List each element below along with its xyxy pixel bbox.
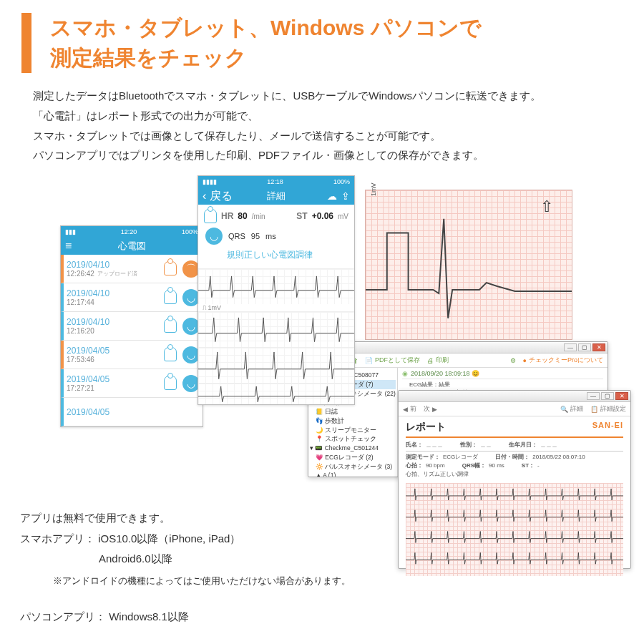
- birth-label: 生年月日：: [509, 441, 537, 448]
- toolbar-prev[interactable]: ◀ 前: [403, 404, 416, 414]
- ecg-strip: [198, 383, 354, 404]
- rhythm-text: 規則正しい心電図調律: [227, 249, 348, 261]
- report-ecg: [406, 483, 623, 576]
- torso-icon: [164, 376, 177, 390]
- list-item[interactable]: 2019/04/0517:53:46◡: [61, 341, 203, 369]
- page-title: スマホ・タブレット、Windows パソコンで 測定結果をチェック: [50, 13, 482, 73]
- hr-label: 心拍：: [406, 462, 423, 469]
- title-line-2: 測定結果をチェック: [50, 46, 247, 69]
- qrs-label: QRS: [228, 232, 245, 240]
- torso-icon: [204, 209, 217, 223]
- st-unit: mV: [338, 213, 348, 220]
- battery: 100%: [182, 228, 198, 235]
- toolbar-about[interactable]: ● チェックミーProについて: [523, 356, 603, 365]
- toolbar-pdf[interactable]: 📄 PDFとして保存: [365, 356, 420, 365]
- tree-node[interactable]: 💗 ECGレコーダ (2): [310, 453, 396, 462]
- toolbar-advanced[interactable]: 📋 詳細設定: [590, 404, 626, 414]
- qrs-label: QRS幅：: [462, 462, 486, 469]
- status-bar: ▮▮▮ 12:20 100%: [61, 226, 203, 238]
- clock: 12:18: [267, 178, 283, 185]
- tree-node[interactable]: 👣 歩数計: [310, 416, 396, 426]
- title-line-1: スマホ・タブレット、Windows パソコンで: [50, 16, 482, 39]
- status-bar: ▮▮▮▮ 12:18 100%: [198, 176, 354, 187]
- cloud-icon[interactable]: ☁: [327, 190, 337, 202]
- menu-icon[interactable]: ≡: [65, 240, 72, 253]
- intro-line: 「心電計」はレポート形式での出力が可能で、: [33, 106, 623, 126]
- screenshot-cluster: ▮▮▮ 12:20 100% ≡ 心電図 2019/04/1012:26:42ア…: [0, 175, 644, 476]
- qrs-value: 90 ms: [489, 462, 504, 469]
- share-icon[interactable]: ⇪: [341, 190, 350, 202]
- tree-root[interactable]: Checkme_C501244: [325, 444, 379, 452]
- brand-logo: SAN-EI: [592, 421, 623, 434]
- close-button[interactable]: ✕: [615, 392, 628, 400]
- st-label: ST：: [522, 462, 535, 469]
- clock: 12:20: [121, 228, 137, 235]
- torso-icon: [164, 261, 177, 275]
- footer-label: スマホアプリ：: [20, 532, 95, 545]
- list-item[interactable]: 2019/04/1012:16:20◡: [61, 312, 203, 341]
- datetime-value: 2018/05/22 08:07:10: [532, 454, 585, 460]
- st-value: +0.06: [312, 211, 333, 221]
- list-item[interactable]: 2019/04/0517:27:21◡: [61, 369, 203, 398]
- nav-bar: ≡ 心電図: [61, 238, 203, 255]
- phone-list-screen: ▮▮▮ 12:20 100% ≡ 心電図 2019/04/1012:26:42ア…: [60, 225, 203, 427]
- hr-value: 80: [238, 211, 247, 221]
- maximize-button[interactable]: ▢: [578, 343, 591, 351]
- windows-app-report: — ▢ ✕ ◀ 前 次 ▶ 🔍 詳細 📋 詳細設定 レポート SAN-EI 氏名…: [398, 390, 631, 569]
- toolbar-next[interactable]: 次 ▶: [424, 404, 437, 414]
- signal-icon: ▮▮▮: [65, 228, 76, 235]
- minimize-button[interactable]: —: [587, 392, 600, 400]
- back-button[interactable]: ‹ 戻る: [203, 189, 233, 204]
- footer-value: Windows8.1以降: [109, 610, 189, 623]
- torso-icon: [164, 347, 177, 361]
- list-item[interactable]: 2019/04/05: [61, 398, 203, 426]
- st-value: -: [537, 462, 540, 469]
- ecg-strip: [198, 268, 354, 304]
- ecg-strip: [198, 311, 354, 347]
- minimize-button[interactable]: —: [564, 343, 577, 351]
- ecg-paper-printout: 1mV ⇧: [365, 190, 572, 340]
- intro-line: スマホ・タブレットでは画像として保存したり、メールで送信することが可能です。: [33, 126, 623, 146]
- phone-detail-screen: ▮▮▮▮ 12:18 100% ‹ 戻る 詳細 ☁ ⇪ HR 80 /min S…: [197, 175, 355, 405]
- tree-node[interactable]: 🔆 パルスオキシメータ (3): [310, 462, 396, 472]
- note: 心拍、リズム正しい調律: [406, 470, 469, 479]
- name-label: 氏名：: [406, 441, 423, 448]
- list-item[interactable]: 2019/04/1012:17:44◡: [61, 283, 203, 312]
- battery: 100%: [333, 178, 350, 185]
- accent-bar: [21, 13, 31, 73]
- toolbar-print[interactable]: 🖨 印刷: [427, 356, 449, 365]
- tree-node[interactable]: 📒 日誌: [310, 407, 396, 416]
- tree-node[interactable]: ▲ A (1): [310, 471, 396, 477]
- report-title: レポート: [406, 421, 446, 434]
- footer-label: パソコンアプリ：: [20, 610, 106, 623]
- datetime-label: 日付・時間：: [495, 454, 530, 460]
- footer-note: ※アンドロイドの機種によってはご使用いただけない場合があります。: [53, 572, 351, 590]
- qrs-value: 95: [251, 232, 260, 240]
- section-header: スマホ・タブレット、Windows パソコンで 測定結果をチェック: [0, 0, 644, 79]
- toolbar-settings[interactable]: ⚙: [510, 357, 516, 364]
- ecg-list: 2019/04/1012:26:42アップロード済⌒2019/04/1012:1…: [61, 255, 203, 426]
- signal-icon: ▮▮▮▮: [203, 178, 217, 185]
- scale-label: ⎍ 1mV: [198, 304, 354, 311]
- footer-line: アプリは無料で使用できます。: [20, 508, 351, 529]
- hr-label: HR: [221, 211, 233, 221]
- hr-unit: /min: [252, 213, 265, 220]
- window-titlebar: — ▢ ✕: [399, 391, 630, 402]
- maximize-button[interactable]: ▢: [601, 392, 614, 400]
- footer-value: iOS10.0以降（iPhone, iPad）: [98, 532, 240, 545]
- toolbar-zoom[interactable]: 🔍 詳細: [560, 404, 583, 414]
- tree-node[interactable]: 🌙 スリープモニター: [310, 426, 396, 435]
- torso-icon: [164, 318, 177, 333]
- back-label: 戻る: [210, 190, 233, 202]
- footer-info: アプリは無料で使用できます。 スマホアプリ： iOS10.0以降（iPhone,…: [20, 508, 351, 628]
- tree-node[interactable]: 📍 スポットチェック: [310, 434, 396, 444]
- nav-title: 詳細: [267, 190, 286, 203]
- report-body: レポート SAN-EI 氏名：＿＿＿ 性別：＿＿ 生年月日：＿＿＿ 測定モード：…: [399, 416, 630, 580]
- hr-value: 90 bpm: [426, 462, 445, 469]
- list-item[interactable]: 2019/04/1012:26:42アップロード済⌒: [61, 255, 203, 283]
- sex-label: 性別：: [460, 441, 477, 448]
- close-button[interactable]: ✕: [592, 343, 605, 351]
- nav-bar: ‹ 戻る 詳細 ☁ ⇪: [198, 187, 354, 205]
- footer-value: Android6.0以降: [99, 549, 351, 570]
- toolbar: ◀ 前 次 ▶ 🔍 詳細 📋 詳細設定: [399, 402, 630, 416]
